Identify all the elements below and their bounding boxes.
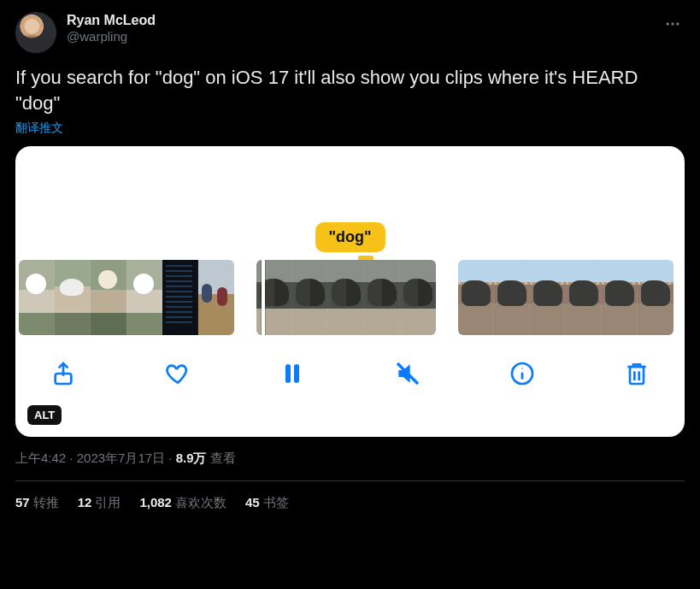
clip-frame [292,260,328,335]
search-match-badge: "dog" [315,222,385,252]
clip-group-3[interactable] [458,260,674,335]
alt-badge[interactable]: ALT [27,405,62,425]
stat-retweets[interactable]: 57转推 [15,495,59,511]
avatar[interactable] [15,12,56,53]
translate-link[interactable]: 翻译推文 [15,121,685,136]
svg-point-0 [667,22,669,25]
clip-frame [91,260,126,335]
svg-point-1 [671,22,674,25]
pause-icon [279,360,306,387]
clip-frame [602,260,638,335]
clip-frame [458,260,494,335]
svg-rect-9 [630,367,644,384]
speaker-muted-icon [394,360,421,387]
retweets-label: 转推 [33,495,59,509]
tweet-time[interactable]: 上午4:42 [15,451,66,465]
clip-frame [55,260,91,335]
likes-label: 喜欢次数 [175,495,226,509]
views-count: 8.9万 [176,451,207,465]
tweet-header: Ryan McLeod @warpling [15,12,685,53]
clip-frame [400,260,436,335]
svg-point-8 [521,368,523,370]
svg-point-2 [676,22,679,25]
info-icon [509,360,536,387]
clip-frame [494,260,530,335]
retweets-count: 57 [15,495,30,509]
delete-button[interactable] [620,356,654,391]
clip-frame [328,260,364,335]
favorite-button[interactable] [161,356,195,391]
quotes-count: 12 [78,495,92,509]
clip-group-1[interactable] [19,260,234,335]
info-button[interactable] [505,356,539,391]
clip-frame [126,260,162,335]
user-display-name: Ryan McLeod [67,12,156,29]
mute-button[interactable] [391,356,425,391]
share-icon [50,360,77,387]
svg-rect-5 [294,365,299,383]
tweet-date[interactable]: 2023年7月17日 [77,451,165,465]
tweet-meta: 上午4:42 · 2023年7月17日 · 8.9万 查看 [15,451,685,467]
tweet-text: If you search for "dog" on iOS 17 it'll … [15,65,685,115]
media-top-area: "dog" [15,146,685,257]
video-timeline[interactable] [15,257,685,338]
more-options-button[interactable] [661,12,685,38]
pause-button[interactable] [275,356,309,391]
tweet-stats: 57转推 12引用 1,082喜欢次数 45书签 [15,481,685,511]
bookmarks-label: 书签 [263,495,289,509]
media-toolbar [15,338,685,409]
clip-frame [162,260,198,335]
svg-rect-4 [285,365,291,383]
likes-count: 1,082 [139,495,172,509]
bookmarks-count: 45 [245,495,260,509]
quotes-label: 引用 [95,495,121,509]
stat-likes[interactable]: 1,082喜欢次数 [139,495,226,511]
tweet-container: Ryan McLeod @warpling If you search for … [0,0,700,511]
clip-frame [530,260,566,335]
clip-frame [198,260,234,335]
user-handle: @warpling [67,29,156,45]
heart-icon [164,360,191,387]
clip-frame [19,260,55,335]
media-attachment[interactable]: "dog" [15,146,685,437]
clip-frame [566,260,602,335]
stat-bookmarks[interactable]: 45书签 [245,495,289,511]
trash-icon [623,360,650,387]
clip-frame [364,260,400,335]
user-name-block[interactable]: Ryan McLeod @warpling [67,12,156,45]
clip-frame [638,260,674,335]
clip-group-2-playhead[interactable] [256,260,436,335]
stat-quotes[interactable]: 12引用 [78,495,121,511]
more-icon [664,15,681,32]
share-button[interactable] [46,356,80,391]
views-label: 查看 [210,451,236,465]
clip-frame [256,260,292,335]
